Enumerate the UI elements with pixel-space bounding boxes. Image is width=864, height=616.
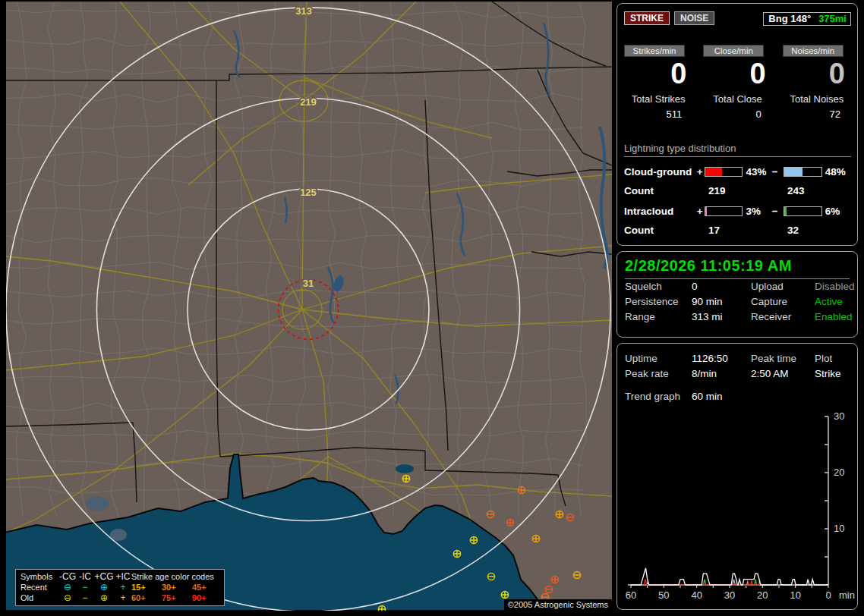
count-label: Count [624,185,708,196]
noises-per-min-value: 0 [783,57,851,90]
peak-time-value: 2:50 AM [751,366,815,382]
svg-text:31: 31 [303,278,314,289]
legend-header-row: Symbols -CG -IC +CG +IC Strike age color… [20,571,219,582]
peak-rate-value: 8/min [692,366,751,382]
squelch-row: Squelch 0 Upload Disabled [625,279,850,294]
trend-series-total-rate [631,568,828,585]
positive-strike-symbol [532,535,539,542]
svg-text:10: 10 [790,589,800,601]
circle-minus-icon: ⊖ [58,582,77,592]
legend-recent-label: Recent [20,582,58,592]
plot-mode-value: Strike [815,366,850,382]
legend-old-label: Old [20,592,58,603]
legend-col-pic: +IC [115,571,131,582]
trend-chart: 1020306050403020100min [622,410,856,602]
cloud-ground-label: Cloud-ground [624,166,695,178]
ic-plus-bar [705,206,743,216]
plus-sign: + [695,166,704,178]
peak-rate-row: Peak rate 8/min 2:50 AM Strike [625,366,850,382]
positive-strike-symbol [470,536,477,543]
noises-per-min-button[interactable]: Noises/min [783,45,844,57]
distribution-title: Lightning type distribution [624,143,851,157]
total-close-value: 0 [703,108,771,120]
peak-time-label: Peak time [751,351,815,366]
range-value: 313 mi [692,310,751,325]
trend-graph-window: 60 min [692,389,751,404]
svg-text:313: 313 [295,5,312,17]
total-strikes-label: Total Strikes [624,93,692,105]
count-label: Count [624,225,708,236]
total-noises-label: Total Noises [783,93,851,105]
persistence-label: Persistence [625,294,692,310]
legend-age-60: 60+ [131,592,162,603]
persistence-value: 90 min [692,294,751,310]
strikes-per-min-button[interactable]: Strikes/min [624,45,685,57]
circle-minus-icon: ⊖ [58,592,77,603]
range-label: Range [625,310,692,325]
squelch-value: 0 [692,279,751,294]
legend-age-header: Strike age color codes [131,571,219,582]
lightning-map[interactable]: 31321912531 Symbols -CG -IC +CG +IC Stri… [6,2,612,611]
strike-button[interactable]: STRIKE [624,11,670,25]
svg-text:219: 219 [300,96,317,108]
datetime-display: 2/28/2026 11:05:19 AM [625,257,850,279]
copyright-label: ©2005 Astrogenic Systems [504,599,612,611]
cg-plus-bar [705,167,743,177]
strikes-per-min-value: 0 [624,57,692,90]
close-per-min-button[interactable]: Close/min [703,45,764,57]
minus-sign: − [772,166,784,178]
noise-button[interactable]: NOISE [674,11,714,25]
positive-strike-symbol [556,511,563,517]
total-noises-value: 72 [783,108,851,120]
plus-icon: + [115,592,131,603]
uptime-value: 1126:50 [692,351,751,366]
legend-age-75: 75+ [162,592,192,603]
total-strikes-value: 511 [624,108,692,120]
svg-text:125: 125 [300,187,317,198]
svg-text:0: 0 [825,589,831,601]
bearing-label: Bng 148° [768,13,811,24]
legend-col-pcg: +CG [93,571,115,582]
map-canvas: 31321912531 [6,2,612,611]
trend-series-cg-minus [647,580,735,585]
legend-age-90: 90+ [192,592,219,603]
svg-text:10: 10 [834,523,844,534]
lightning-distribution: Lightning type distribution Cloud-ground… [624,143,851,236]
ic-plus-count: 17 [708,225,787,236]
strike-counters-panel: STRIKENOISE Bng 148°375mi Strikes/min Cl… [616,3,858,246]
legend-symbols-label: Symbols [20,571,58,582]
svg-text:40: 40 [691,589,702,601]
svg-text:30: 30 [834,410,844,422]
svg-text:60: 60 [626,589,636,601]
positive-strike-symbol [501,591,508,598]
bearing-readout: Bng 148°375mi [763,12,851,26]
persistence-row: Persistence 90 min Capture Active [625,294,850,310]
receiver-label: Receiver [751,310,815,325]
trend-graph-label: Trend graph [625,389,692,404]
map-legend: Symbols -CG -IC +CG +IC Strike age color… [15,569,225,606]
upload-status: Disabled [815,279,855,294]
legend-col-ncg: -CG [58,571,77,582]
ic-minus-bar [784,206,822,216]
legend-age-45: 45+ [192,582,219,592]
upload-label: Upload [751,279,815,294]
bearing-range: 375mi [818,13,847,24]
ic-minus-percent: 6% [825,206,851,217]
cloud-ground-count-row: Count 219 243 [624,185,851,196]
intracloud-row: Intracloud + 3% − 6% [624,206,851,217]
minus-icon: − [77,582,93,592]
svg-text:min: min [839,589,855,601]
peak-rate-label: Peak rate [625,366,692,382]
intracloud-count-row: Count 17 32 [624,225,851,236]
circle-plus-icon: ⊕ [93,582,115,592]
rate-counters: Strikes/min Close/min Noises/min 0 0 0 T… [624,45,851,120]
stats-trend-panel: Uptime 1126:50 Peak time Plot Peak rate … [616,343,858,610]
total-close-label: Total Close [703,93,771,105]
capture-label: Capture [751,294,815,310]
positive-strike-symbol [518,486,525,493]
cg-plus-percent: 43% [746,166,771,178]
receiver-status: Enabled [815,310,853,325]
svg-text:30: 30 [724,589,735,601]
circle-plus-icon: ⊕ [93,592,115,603]
status-panel: 2/28/2026 11:05:19 AM Squelch 0 Upload D… [616,251,858,338]
